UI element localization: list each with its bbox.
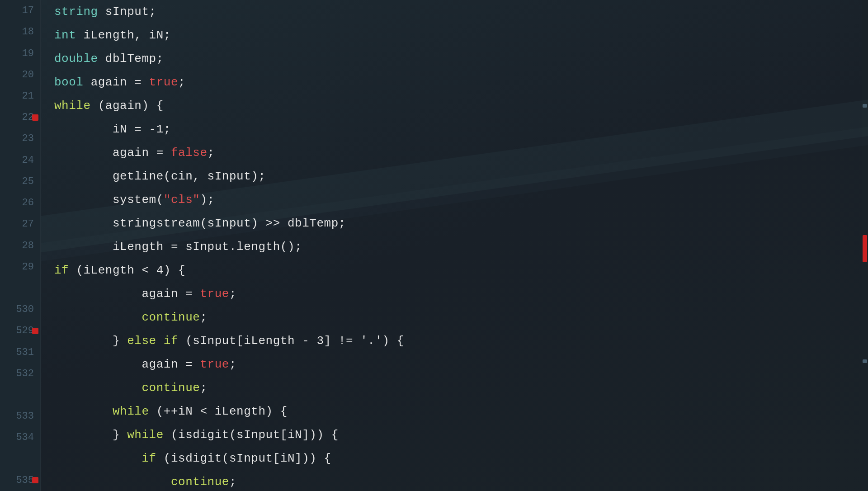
code-line-28: if (iLength < 4) {: [54, 259, 868, 282]
code-line-while2: while (++iN < iLength) {: [54, 400, 868, 423]
code-line-27: iLength = sInput.length();: [54, 235, 868, 259]
code-line-19: double dblTemp;: [54, 47, 868, 71]
code-line-29: again = true;: [54, 282, 868, 306]
line-534: 534: [0, 427, 40, 448]
line-529: 529: [0, 320, 40, 341]
token-continue1: continue: [142, 311, 200, 324]
code-content: string sInput; int iLength, iN; double d…: [41, 0, 868, 491]
token-int-kw: int: [54, 28, 84, 42]
token-bool-kw: bool: [54, 76, 91, 89]
token-continue2: continue: [142, 381, 200, 395]
token-else-if: else if: [127, 334, 185, 348]
line-18: 18: [0, 21, 40, 42]
code-line-continue1: continue;: [54, 306, 868, 329]
line-empty1: [0, 278, 40, 299]
code-line-21: while (again) {: [54, 94, 868, 118]
line-530: 530: [0, 299, 40, 320]
code-line-26: stringstream(sInput) >> dblTemp;: [54, 212, 868, 235]
token-while2: while: [113, 405, 156, 418]
token-while: while: [54, 99, 98, 113]
code-line-20: bool again = true;: [54, 71, 868, 94]
code-line-532: continue;: [54, 376, 868, 400]
line-533: 533: [0, 406, 40, 427]
code-line-531: again = true;: [54, 353, 868, 376]
token-double-kw: double: [54, 52, 105, 66]
line-29: 29: [0, 256, 40, 278]
code-line-22: iN = -1;: [54, 118, 868, 141]
line-25: 25: [0, 171, 40, 192]
code-line-533: } while (isdigit(sInput[iN])) {: [54, 423, 868, 447]
line-24: 24: [0, 150, 40, 171]
code-line-17: string sInput;: [54, 0, 868, 24]
line-27: 27: [0, 213, 40, 235]
line-26: 26: [0, 192, 40, 213]
line-empty2: [0, 384, 40, 406]
token-cls-string: "cls": [164, 193, 200, 207]
code-line-24: getline(cin, sInput);: [54, 165, 868, 188]
token-string-kw: string: [54, 5, 105, 19]
line-23: 23: [0, 128, 40, 149]
line-21: 21: [0, 85, 40, 107]
line-535: 535: [0, 470, 40, 491]
line-19: 19: [0, 42, 40, 64]
code-line-25: system("cls");: [54, 188, 868, 212]
token-if: if: [54, 264, 76, 277]
line-20: 20: [0, 64, 40, 85]
token-continue3: continue: [171, 475, 229, 489]
line-532: 532: [0, 363, 40, 384]
line-22: 22: [0, 107, 40, 128]
line-gutter: 17 18 19 20 21 22 23 24 25 26 27 28 29 5…: [0, 0, 41, 491]
line-28: 28: [0, 235, 40, 256]
code-line-continue3: continue;: [54, 470, 868, 491]
editor-container: 17 18 19 20 21 22 23 24 25 26 27 28 29 5…: [0, 0, 868, 491]
code-line-534: if (isdigit(sInput[iN])) {: [54, 447, 868, 470]
token-while3: while: [127, 428, 171, 442]
code-line-530: } else if (sInput[iLength - 3] != '.') {: [54, 329, 868, 353]
code-line-18: int iLength, iN;: [54, 24, 868, 47]
code-line-23: again = false;: [54, 141, 868, 165]
line-531: 531: [0, 342, 40, 363]
line-empty3: [0, 449, 40, 470]
line-17: 17: [0, 0, 40, 21]
token-if2: if: [142, 452, 163, 465]
